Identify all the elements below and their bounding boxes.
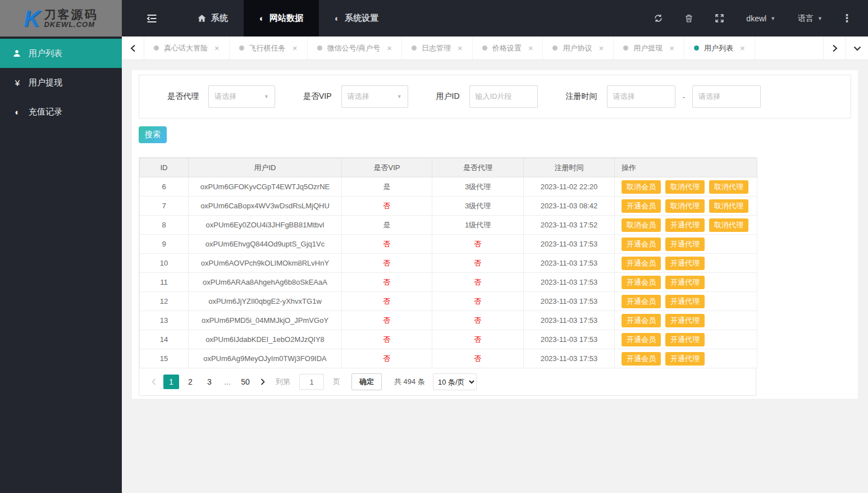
tab-status-dot: [317, 45, 322, 51]
tab-微信公号/商户号[interactable]: 微信公号/商户号×: [308, 36, 402, 60]
action-button-开通代理[interactable]: 开通代理: [665, 352, 705, 366]
action-button-开通代理[interactable]: 开通代理: [665, 257, 705, 270]
language-label: 语言: [798, 13, 814, 24]
tab-用户协议[interactable]: 用户协议×: [543, 36, 614, 60]
action-button-开通会员[interactable]: 开通会员: [622, 314, 661, 327]
action-button-开通会员[interactable]: 开通会员: [622, 199, 661, 213]
userid-filter-input[interactable]: 输入ID片段: [469, 85, 538, 108]
close-icon[interactable]: ×: [740, 43, 745, 53]
close-icon[interactable]: ×: [669, 43, 674, 53]
tab-用户列表[interactable]: 用户列表×: [684, 36, 755, 60]
vip-filter-select[interactable]: 请选择 ▼: [341, 85, 408, 108]
cell-vip: 否: [342, 254, 432, 273]
close-icon[interactable]: ×: [293, 43, 298, 53]
action-button-开通会员[interactable]: 开通会员: [622, 333, 661, 346]
cell-regtime: 2023-11-02 22:20: [524, 177, 615, 197]
tab-价格设置[interactable]: 价格设置×: [473, 36, 543, 60]
confirm-page-button[interactable]: 确定: [351, 373, 382, 390]
close-icon[interactable]: ×: [387, 43, 392, 53]
close-icon[interactable]: ×: [214, 43, 220, 53]
cell-actions: 开通会员取消代理取消代理: [615, 197, 757, 216]
collapse-menu-icon[interactable]: [122, 0, 182, 36]
cell-actions: 开通会员开通代理: [615, 235, 757, 254]
cell-vip: 是: [342, 216, 432, 235]
nav-right-tools: dkewl ▼ 语言 ▼ ⋮: [643, 12, 868, 25]
tab-用户提现[interactable]: 用户提现×: [614, 36, 684, 60]
cell-vip: 否: [342, 292, 432, 311]
tab-日志管理[interactable]: 日志管理×: [402, 36, 473, 60]
page-size-select[interactable]: 10 条/页: [433, 373, 477, 390]
content-area: 是否代理 请选择 ▼ 是否VIP 请选择 ▼ 用户ID 输: [122, 60, 868, 493]
action-button-开通代理[interactable]: 开通代理: [665, 314, 705, 327]
regtime-from-input[interactable]: 请选择: [607, 85, 675, 108]
col-header-regtime: 注册时间: [524, 158, 615, 177]
action-button-取消会员[interactable]: 取消会员: [622, 218, 661, 232]
tab-status-dot: [552, 45, 558, 51]
action-button-取消代理[interactable]: 取消代理: [665, 199, 705, 213]
goto-prefix-label: 到第: [276, 377, 290, 387]
yen-icon: ¥: [12, 78, 22, 88]
action-button-开通代理[interactable]: 开通代理: [665, 218, 705, 232]
refresh-icon[interactable]: [643, 13, 674, 23]
action-button-开通代理[interactable]: 开通代理: [665, 238, 705, 251]
action-button-开通会员[interactable]: 开通会员: [622, 276, 661, 289]
close-icon[interactable]: ×: [458, 43, 463, 53]
nav-item-site-data[interactable]: ◐ 网站数据: [244, 0, 319, 36]
chevron-down-icon: ▼: [397, 94, 402, 99]
nav-item-system-settings[interactable]: ◐ 系统设置: [319, 0, 394, 36]
tab-status-dot: [694, 45, 699, 51]
action-button-取消代理[interactable]: 取消代理: [709, 180, 748, 194]
page-button-2[interactable]: 2: [182, 375, 198, 389]
regtime-to-input[interactable]: 请选择: [692, 85, 761, 108]
agent-filter-label: 是否代理: [167, 92, 199, 102]
more-options-icon[interactable]: ⋮: [834, 12, 857, 25]
table-row: 9oxPUm6EhvgQ844Od9uptS_Gjq1Vc否否2023-11-0…: [140, 235, 757, 254]
action-button-开通会员[interactable]: 开通会员: [622, 238, 661, 251]
search-button[interactable]: 搜索: [139, 126, 167, 143]
page-button-50[interactable]: 50: [237, 375, 253, 389]
col-header-agent: 是否代理: [432, 158, 524, 177]
goto-page-input[interactable]: [299, 374, 324, 390]
trash-icon[interactable]: [674, 13, 704, 23]
brand-mark: K: [24, 7, 40, 30]
language-menu[interactable]: 语言 ▼: [787, 13, 834, 24]
user-table: ID 用户ID 是否VIP 是否代理 注册时间 操作 6oxPUm6GFOKyv…: [139, 158, 757, 368]
action-button-取消代理[interactable]: 取消代理: [709, 199, 748, 213]
agent-filter-select[interactable]: 请选择 ▼: [208, 85, 275, 108]
tabs-scroll-left-icon[interactable]: [122, 36, 144, 60]
sidebar-item-user-list[interactable]: 用户列表: [0, 39, 122, 68]
cell-userid: oxPUm6IJdabKDEI_1ebO2MJzQIY8: [189, 330, 342, 349]
sidebar-item-recharge-records[interactable]: ◐ 充值记录: [0, 97, 122, 126]
fullscreen-icon[interactable]: [704, 13, 735, 23]
nav-item-system[interactable]: 系统: [182, 0, 244, 36]
page-button-3[interactable]: 3: [202, 375, 217, 389]
action-button-开通会员[interactable]: 开通会员: [622, 295, 661, 308]
tabs-dropdown-icon[interactable]: [846, 36, 868, 60]
cell-actions: 开通会员开通代理: [615, 330, 757, 349]
user-menu[interactable]: dkewl ▼: [735, 14, 787, 23]
close-icon[interactable]: ×: [528, 43, 533, 53]
tab-真心话大冒险[interactable]: 真心话大冒险×: [144, 36, 230, 60]
action-button-开通会员[interactable]: 开通会员: [622, 352, 661, 366]
tab-label: 飞行棋任务: [249, 43, 286, 53]
sidebar-item-user-withdraw[interactable]: ¥ 用户提现: [0, 68, 122, 97]
action-button-取消代理[interactable]: 取消代理: [665, 180, 705, 194]
action-button-取消会员[interactable]: 取消会员: [622, 180, 661, 194]
action-button-开通会员[interactable]: 开通会员: [622, 257, 661, 270]
action-button-开通代理[interactable]: 开通代理: [665, 333, 705, 346]
tab-飞行棋任务[interactable]: 飞行棋任务×: [230, 36, 308, 60]
action-button-开通代理[interactable]: 开通代理: [665, 276, 705, 289]
next-page-icon[interactable]: [257, 378, 269, 385]
page-button-1[interactable]: 1: [163, 375, 179, 389]
action-button-开通代理[interactable]: 开通代理: [665, 295, 705, 308]
cell-regtime: 2023-11-03 17:53: [524, 311, 615, 330]
close-icon[interactable]: ×: [599, 43, 604, 53]
user-table-container: ID 用户ID 是否VIP 是否代理 注册时间 操作 6oxPUm6GFOKyv…: [139, 157, 756, 396]
cell-agent: 否: [432, 254, 524, 273]
action-button-取消代理[interactable]: 取消代理: [709, 218, 748, 232]
tabs-scroll-right-icon[interactable]: [823, 36, 846, 60]
cell-regtime: 2023-11-03 17:52: [524, 216, 615, 235]
cell-actions: 取消会员开通代理取消代理: [615, 216, 757, 235]
pagination-bar: 123...50 到第 页 确定 共 494 条 10 条/页: [139, 368, 756, 395]
prev-page-icon[interactable]: [148, 378, 160, 385]
